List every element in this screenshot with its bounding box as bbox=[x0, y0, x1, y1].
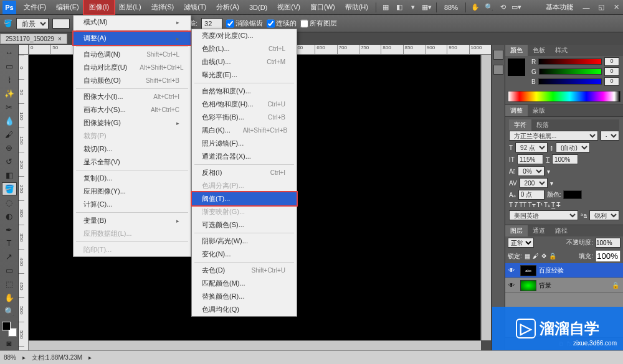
tab-paragraph[interactable]: 段落 bbox=[531, 119, 554, 131]
menu-item[interactable]: 照片滤镜(F)... bbox=[192, 137, 297, 150]
quick-mask-icon[interactable]: ◙ bbox=[2, 337, 17, 350]
b-slider[interactable] bbox=[538, 78, 602, 85]
antialias-checkbox[interactable]: 消除锯齿 bbox=[226, 18, 263, 29]
all-layers-checkbox[interactable]: 所有图层 bbox=[300, 18, 337, 29]
text-color-swatch[interactable] bbox=[563, 190, 582, 199]
layer-thumbnail[interactable] bbox=[520, 280, 536, 291]
close-icon[interactable]: ✕ bbox=[609, 1, 623, 14]
blend-mode-select[interactable]: 正常 bbox=[508, 238, 534, 248]
menu-item[interactable]: 可选颜色(S)... bbox=[192, 218, 297, 231]
baseline-input[interactable] bbox=[518, 190, 545, 200]
menu-layer[interactable]: 图层(L) bbox=[114, 0, 146, 14]
color-spectrum[interactable] bbox=[508, 91, 621, 102]
eraser-tool[interactable]: ◧ bbox=[2, 169, 17, 182]
superscript-icon[interactable]: T¹ bbox=[537, 202, 543, 208]
tab-color[interactable]: 颜色 bbox=[505, 45, 528, 56]
menu-item[interactable]: 色彩平衡(B)...Ctrl+B bbox=[192, 111, 297, 124]
menu-item[interactable]: 色阶(L)...Ctrl+L bbox=[192, 42, 297, 55]
menu-item[interactable]: 调整(A) bbox=[74, 32, 191, 45]
menu-item[interactable]: 变化(N)... bbox=[192, 248, 297, 261]
ruler-vertical[interactable]: 050100150200250300350400450500550600650 bbox=[19, 55, 29, 350]
subscript-icon[interactable]: T₁ bbox=[544, 202, 550, 208]
menu-item[interactable]: 阈值(T)... bbox=[192, 192, 297, 205]
menu-file[interactable]: 文件(F) bbox=[19, 0, 51, 14]
menu-item[interactable]: 自动颜色(O)Shift+Ctrl+B bbox=[74, 74, 191, 87]
all-caps-icon[interactable]: TT bbox=[519, 202, 526, 208]
crop-tool[interactable]: ✂ bbox=[2, 100, 17, 114]
menu-item[interactable]: 自动对比度(U)Alt+Shift+Ctrl+L bbox=[74, 61, 191, 74]
tracking-a-select[interactable]: 0% bbox=[518, 166, 545, 176]
layer-name[interactable]: 背景 bbox=[539, 281, 551, 290]
history-panel-icon[interactable] bbox=[493, 50, 503, 60]
history-icon[interactable]: ◧ bbox=[392, 1, 406, 14]
strikethrough-icon[interactable]: T bbox=[556, 202, 560, 208]
hscale-input[interactable] bbox=[552, 154, 578, 164]
zoom-tool-icon[interactable]: 🔍 bbox=[482, 1, 496, 14]
tracking-b-select[interactable]: 200 bbox=[520, 178, 548, 188]
wand-tool[interactable]: ✨ bbox=[2, 87, 17, 101]
visibility-icon[interactable]: 👁 bbox=[505, 282, 518, 289]
lock-position-icon[interactable]: ✥ bbox=[541, 253, 546, 259]
menu-item[interactable]: 自动色调(N)Shift+Ctrl+L bbox=[74, 48, 191, 61]
tab-layers[interactable]: 图层 bbox=[505, 225, 528, 236]
rotate-view-icon[interactable]: ⟲ bbox=[496, 1, 510, 14]
menu-item[interactable]: 通道混合器(X)... bbox=[192, 150, 297, 163]
move-tool[interactable]: ↔ bbox=[2, 46, 17, 60]
bridge-icon[interactable]: ▦ bbox=[379, 1, 392, 14]
document-tab[interactable]: 2531170_150029 × bbox=[0, 34, 67, 44]
3d-tool[interactable]: ⬚ bbox=[2, 278, 17, 291]
type-tool[interactable]: T bbox=[2, 236, 17, 250]
menu-item[interactable]: 色相/饱和度(H)...Ctrl+U bbox=[192, 98, 297, 111]
stamp-tool[interactable]: ⊕ bbox=[2, 141, 17, 155]
lock-all-icon[interactable]: 🔒 bbox=[549, 253, 556, 259]
fill-source-select[interactable]: 前景 bbox=[16, 18, 49, 29]
menu-item[interactable]: 模式(M) bbox=[74, 16, 191, 29]
visibility-icon[interactable]: 👁 bbox=[505, 267, 518, 274]
tab-channels[interactable]: 通道 bbox=[528, 225, 550, 236]
underline-icon[interactable]: T bbox=[551, 202, 555, 208]
screen-mode-icon[interactable]: ▭▾ bbox=[510, 1, 523, 14]
menu-item[interactable]: 图像大小(I)...Alt+Ctrl+I bbox=[74, 90, 191, 103]
font-family-select[interactable]: 方正兰亭粗黑... bbox=[509, 131, 598, 141]
fg-bg-swatches[interactable] bbox=[2, 322, 17, 337]
pattern-swatch[interactable] bbox=[52, 19, 70, 29]
status-zoom[interactable]: 88% bbox=[4, 354, 16, 361]
hand-tool-icon[interactable]: ✋ bbox=[468, 1, 482, 14]
menu-filter[interactable]: 滤镜(T) bbox=[179, 0, 211, 14]
antialias-select[interactable]: 锐利 bbox=[589, 210, 619, 220]
layer-row[interactable]: 👁 背景 🔒 bbox=[505, 278, 623, 293]
menu-item[interactable]: 计算(C)... bbox=[74, 198, 191, 211]
menu-analysis[interactable]: 分析(A) bbox=[211, 0, 244, 14]
contiguous-checkbox[interactable]: 连续的 bbox=[267, 18, 297, 29]
zoom-level[interactable]: 88% bbox=[439, 0, 463, 14]
shape-tool[interactable]: ▭ bbox=[2, 264, 17, 278]
r-slider[interactable] bbox=[538, 58, 602, 65]
small-caps-icon[interactable]: Tᴛ bbox=[528, 202, 535, 208]
menu-select[interactable]: 选择(S) bbox=[146, 0, 179, 14]
leading-select[interactable]: (自动) bbox=[556, 142, 590, 152]
menu-item[interactable]: 色调均化(Q) bbox=[192, 303, 297, 316]
fg-color-swatch[interactable] bbox=[508, 58, 525, 76]
history-brush-tool[interactable]: ↺ bbox=[2, 155, 17, 169]
bucket-tool[interactable]: 🪣 bbox=[2, 182, 17, 196]
font-size-select[interactable]: 92 点 bbox=[515, 142, 548, 152]
menu-item[interactable]: 曝光度(E)... bbox=[192, 68, 297, 82]
opacity-input[interactable] bbox=[596, 238, 621, 248]
menu-3d[interactable]: 3D(D) bbox=[244, 0, 272, 14]
menu-item[interactable]: 裁切(R)... bbox=[74, 142, 191, 156]
language-select[interactable]: 美国英语 bbox=[509, 210, 578, 220]
blur-tool[interactable]: ◌ bbox=[2, 195, 17, 209]
lock-transparency-icon[interactable]: ▦ bbox=[525, 253, 530, 259]
tab-mask[interactable]: 蒙版 bbox=[528, 105, 550, 116]
menu-item[interactable]: 自然饱和度(V)... bbox=[192, 85, 297, 98]
lasso-tool[interactable]: ⌇ bbox=[2, 73, 17, 87]
menu-item[interactable]: 亮度/对比度(C)... bbox=[192, 29, 297, 42]
minimize-icon[interactable]: — bbox=[579, 1, 593, 14]
scrollbar-horizontal[interactable] bbox=[29, 340, 481, 350]
menu-item[interactable]: 画布大小(S)...Alt+Ctrl+C bbox=[74, 103, 191, 116]
menu-item[interactable]: 图像旋转(G) bbox=[74, 116, 191, 129]
menu-item[interactable]: 变量(B) bbox=[74, 214, 191, 227]
workspace-selector[interactable]: 基本功能 bbox=[541, 2, 578, 12]
tab-paths[interactable]: 路径 bbox=[550, 225, 573, 236]
menu-item[interactable]: 反相(I)Ctrl+I bbox=[192, 166, 297, 179]
